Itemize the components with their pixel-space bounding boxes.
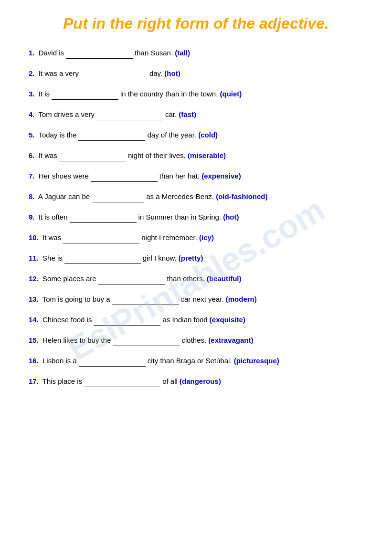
item-hint: (fast) [179, 110, 196, 118]
item-blank [98, 273, 165, 284]
item-blank [63, 232, 139, 243]
item-number: 15. [29, 336, 39, 344]
item-hint: (picturesque) [234, 357, 279, 365]
item-hint: (old-fashioned) [216, 192, 267, 200]
exercise-item: 10. It was night I remember. (icy) [29, 232, 363, 243]
page-title: Put in the right form of the adjective. [29, 14, 363, 32]
item-before: It was [42, 233, 61, 242]
item-before: Tom drives a very [38, 110, 95, 118]
exercise-item: 4. Tom drives a very car. (fast) [29, 108, 363, 120]
item-hint: (exquisite) [210, 316, 245, 324]
item-blank [94, 314, 160, 326]
exercise-list: 1. David is than Susan. (tall)2. It was … [29, 47, 363, 387]
item-after: car. [165, 110, 177, 118]
item-before: David is [39, 49, 64, 57]
item-after: in Summer than in Spring. [138, 213, 221, 221]
item-after: as Indian food [162, 316, 207, 324]
exercise-item: 11. She is girl I know. (pretty) [29, 252, 363, 264]
item-before: This place is [42, 377, 82, 385]
item-blank [92, 190, 144, 202]
item-before: It is often [39, 213, 68, 221]
item-hint: (expensive) [201, 172, 241, 180]
item-before: A Jaguar can be [38, 192, 90, 200]
item-after: than Susan. [135, 49, 173, 57]
exercise-item: 5. Today is the day of the year. (cold) [29, 129, 363, 141]
item-after: as a Mercedes-Benz. [146, 192, 214, 200]
item-blank [113, 334, 180, 346]
item-blank [79, 355, 146, 367]
item-before: It is [39, 90, 50, 98]
item-number: 13. [29, 295, 39, 303]
item-after: day. [149, 69, 162, 77]
item-before: She is [42, 254, 63, 262]
item-before: Chinese food is [42, 316, 92, 324]
item-hint: (miserable) [188, 151, 226, 159]
item-number: 16. [29, 357, 39, 365]
item-before: Lisbon is a [42, 357, 77, 365]
item-number: 4. [29, 110, 35, 118]
exercise-item: 17. This place is of all (dangerous) [29, 375, 363, 387]
item-after: than others. [167, 274, 205, 283]
item-number: 2. [29, 69, 35, 77]
exercise-item: 1. David is than Susan. (tall) [29, 47, 363, 59]
item-after: than her hat. [159, 172, 200, 180]
item-before: It was [39, 151, 57, 159]
item-number: 10. [29, 233, 39, 242]
item-hint: (quiet) [220, 90, 242, 98]
item-after: city than Braga or Setúbal. [148, 357, 232, 365]
item-after: of all [162, 377, 178, 385]
item-after: clothes. [181, 336, 206, 344]
item-hint: (pretty) [179, 254, 203, 262]
item-after: night of their lives. [128, 151, 186, 159]
item-number: 14. [29, 316, 39, 324]
item-hint: (tall) [175, 49, 190, 57]
item-hint: (dangerous) [180, 377, 221, 385]
item-blank [64, 252, 141, 264]
item-number: 1. [29, 49, 35, 57]
item-number: 8. [29, 192, 35, 200]
exercise-item: 15. Helen likes to buy the clothes. (ext… [29, 334, 363, 346]
exercise-item: 13. Tom is going to buy a car next year.… [29, 293, 363, 305]
item-before: Her shoes were [39, 172, 89, 180]
exercise-item: 3. It is in the country than in the town… [29, 88, 363, 100]
exercise-item: 9. It is often in Summer than in Spring.… [29, 211, 363, 223]
item-number: 17. [29, 377, 39, 385]
item-blank [59, 149, 126, 161]
item-number: 6. [29, 151, 35, 159]
item-number: 3. [29, 90, 35, 98]
item-hint: (extravagant) [208, 336, 253, 344]
item-blank [52, 88, 118, 100]
item-before: Helen likes to buy the [42, 336, 111, 344]
item-before: Today is the [38, 131, 76, 139]
item-before: Some places are [42, 274, 96, 283]
exercise-item: 14. Chinese food is as Indian food (exqu… [29, 314, 363, 326]
exercise-item: 8. A Jaguar can be as a Mercedes-Benz. (… [29, 190, 363, 202]
item-before: It was a very [39, 69, 79, 77]
item-number: 7. [29, 172, 35, 180]
item-before: Tom is going to buy a [42, 295, 110, 303]
item-hint: (hot) [223, 213, 239, 221]
exercise-item: 2. It was a very day. (hot) [29, 67, 363, 79]
item-blank [66, 47, 133, 59]
exercise-item: 6. It was night of their lives. (miserab… [29, 149, 363, 161]
item-after: in the country than in the town. [120, 90, 218, 98]
item-blank [70, 211, 137, 223]
item-blank [78, 129, 145, 141]
item-blank [81, 67, 148, 79]
item-hint: (hot) [164, 69, 180, 77]
item-blank [91, 170, 158, 182]
exercise-item: 16. Lisbon is a city than Braga or Setúb… [29, 355, 363, 367]
item-number: 11. [29, 254, 39, 262]
exercise-item: 12. Some places are than others. (beauti… [29, 273, 363, 284]
item-hint: (icy) [199, 233, 214, 242]
item-blank [96, 108, 163, 120]
item-hint: (beautiful) [207, 274, 242, 283]
item-hint: (cold) [198, 131, 218, 139]
item-after: car next year. [181, 295, 224, 303]
item-number: 12. [29, 274, 39, 283]
item-number: 9. [29, 213, 35, 221]
item-after: day of the year. [147, 131, 196, 139]
item-blank [84, 375, 160, 387]
item-after: girl I know. [143, 254, 177, 262]
item-number: 5. [29, 131, 35, 139]
